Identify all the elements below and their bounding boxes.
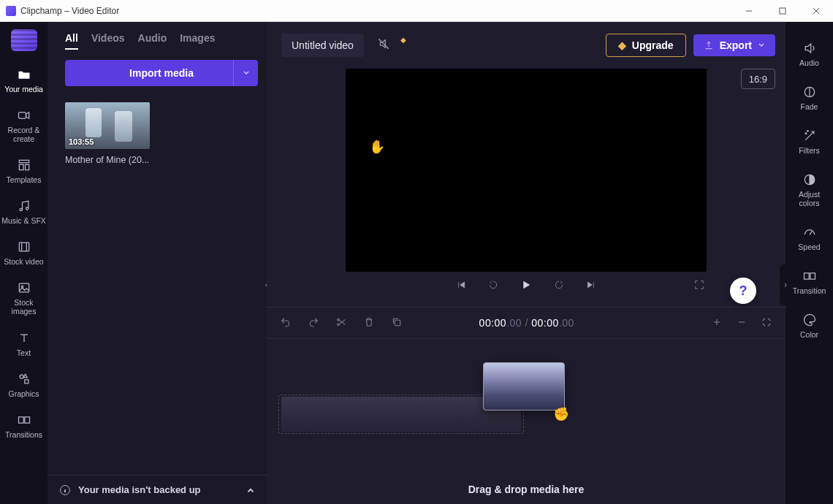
svg-rect-34 [804, 273, 809, 279]
tab-images[interactable]: Images [180, 32, 215, 50]
left-nav-rail: Your media Record & create Templates Mus… [0, 22, 47, 504]
svg-point-8 [20, 209, 22, 211]
fade-icon [802, 85, 817, 99]
timeline[interactable]: ✊ Drag & drop media here [267, 339, 786, 504]
chevron-down-icon [758, 42, 765, 49]
video-preview[interactable]: ✋ [346, 69, 707, 272]
timecode-display: 00:00.00 / 00:00.00 [479, 317, 574, 329]
upgrade-button[interactable]: ◆ Upgrade [606, 34, 686, 57]
right-properties-rail: Audio Fade Filters Adjust colors Speed T… [786, 22, 833, 347]
seek-back-button[interactable] [487, 279, 499, 294]
zoom-in-button[interactable] [711, 316, 723, 330]
nav-templates[interactable]: Templates [0, 152, 47, 191]
nav-stock-images[interactable]: Stock images [0, 275, 47, 323]
media-title: Mother of Mine (20... [65, 155, 150, 165]
window-maximize-button[interactable] [766, 0, 799, 22]
music-icon [17, 199, 31, 213]
split-button[interactable] [335, 316, 347, 330]
svg-rect-6 [19, 164, 23, 170]
zoom-out-button[interactable] [736, 316, 748, 330]
svg-point-24 [338, 324, 340, 326]
tab-videos[interactable]: Videos [91, 32, 125, 50]
svg-rect-10 [19, 243, 28, 251]
backup-message: Your media isn't backed up [78, 484, 201, 495]
app-logo-icon [6, 6, 16, 16]
dragging-clip-thumbnail[interactable] [483, 362, 565, 411]
help-button[interactable]: ? [730, 278, 756, 304]
brand-logo-icon[interactable] [11, 29, 37, 51]
gauge-icon [802, 225, 817, 240]
nav-transitions[interactable]: Transitions [0, 407, 47, 446]
editor-topbar: Untitled video ◆ ◆ Upgrade Export [267, 22, 786, 69]
redo-button[interactable] [308, 316, 319, 330]
nav-graphics[interactable]: Graphics [0, 366, 47, 405]
notifications-muted-icon[interactable] [377, 37, 390, 53]
svg-rect-17 [18, 416, 23, 422]
cursor-icon: ✋ [369, 139, 385, 155]
nav-your-media[interactable]: Your media [0, 61, 47, 101]
transition-icon [17, 413, 31, 427]
tab-all[interactable]: All [65, 32, 78, 50]
aspect-ratio-button[interactable]: 16:9 [741, 69, 775, 89]
media-item[interactable]: 103:55 Mother of Mine (20... [65, 102, 150, 165]
prop-color[interactable]: Color [786, 307, 833, 346]
timeline-drop-hint: Drag & drop media here [267, 484, 786, 495]
camera-icon [17, 108, 31, 123]
prop-filters[interactable]: Filters [786, 123, 833, 162]
skip-end-button[interactable] [585, 279, 597, 294]
prop-transition[interactable]: Transition [786, 263, 833, 302]
palette-icon [802, 313, 817, 327]
delete-button[interactable] [363, 316, 375, 330]
speaker-icon [802, 41, 817, 56]
svg-rect-1 [780, 8, 786, 14]
nav-record-create[interactable]: Record & create [0, 102, 47, 150]
svg-point-9 [26, 207, 28, 210]
backup-status-bar[interactable]: Your media isn't backed up [47, 475, 267, 504]
import-media-dropdown[interactable] [233, 60, 258, 86]
wand-icon [802, 129, 817, 143]
media-tabs: All Videos Audio Images [65, 32, 258, 50]
import-media-button[interactable]: Import media [65, 60, 258, 86]
nav-music-sfx[interactable]: Music & SFX [0, 193, 47, 232]
text-icon [17, 331, 31, 345]
window-close-button[interactable] [799, 0, 833, 22]
folder-icon [17, 67, 31, 82]
project-title-input[interactable]: Untitled video [281, 34, 364, 57]
duplicate-button[interactable] [391, 316, 403, 330]
svg-point-15 [20, 375, 23, 378]
media-duration: 103:55 [69, 137, 94, 146]
undo-button[interactable] [280, 316, 292, 330]
export-button[interactable]: Export [693, 34, 775, 56]
nav-stock-video[interactable]: Stock video [0, 234, 47, 273]
prop-speed[interactable]: Speed [786, 219, 833, 259]
nav-text[interactable]: Text [0, 325, 47, 364]
prop-audio[interactable]: Audio [786, 35, 833, 75]
svg-rect-13 [19, 284, 28, 293]
image-icon [17, 280, 31, 295]
zoom-fit-button[interactable] [761, 316, 772, 330]
transition-icon [802, 269, 817, 283]
svg-point-31 [807, 131, 808, 132]
window-title-bar: Clipchamp – Video Editor [0, 0, 833, 22]
templates-icon [17, 158, 31, 172]
prop-fade[interactable]: Fade [786, 79, 833, 118]
svg-point-30 [805, 133, 807, 134]
prop-adjust-colors[interactable]: Adjust colors [786, 167, 833, 215]
timeline-toolbar: 00:00.00 / 00:00.00 [267, 307, 786, 339]
play-button[interactable] [520, 278, 533, 294]
right-panel-collapse-handle[interactable]: › [780, 264, 791, 305]
svg-rect-16 [24, 379, 28, 383]
fullscreen-button[interactable] [693, 279, 705, 294]
skip-start-button[interactable] [455, 279, 467, 294]
chevron-up-icon[interactable] [246, 486, 255, 495]
svg-line-33 [810, 232, 812, 235]
window-minimize-button[interactable] [732, 0, 766, 22]
diamond-icon: ◆ [618, 39, 626, 51]
window-title: Clipchamp – Video Editor [20, 6, 119, 16]
tab-audio[interactable]: Audio [138, 32, 167, 50]
premium-indicator-icon: ◆ [400, 36, 406, 44]
seek-forward-button[interactable] [553, 279, 565, 294]
chevron-down-icon [243, 69, 250, 77]
grab-cursor-icon: ✊ [553, 406, 569, 422]
media-thumbnail[interactable]: 103:55 [65, 102, 150, 149]
